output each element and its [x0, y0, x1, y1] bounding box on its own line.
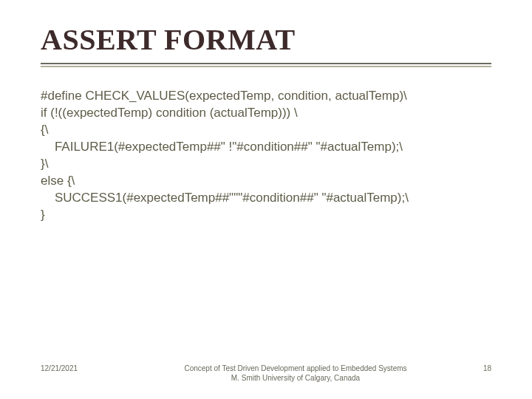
footer: 12/21/2021 Concept of Test Driven Develo… — [41, 364, 491, 383]
code-line: SUCCESS1(#expectedTemp##"""#condition##"… — [41, 191, 409, 205]
rule-top — [41, 63, 491, 64]
code-line: FAILURE1(#expectedTemp##" !"#condition##… — [41, 140, 403, 154]
code-line: }\ — [41, 157, 48, 171]
code-line: else {\ — [41, 174, 75, 188]
footer-line1: Concept of Test Driven Development appli… — [184, 364, 406, 372]
code-line: } — [41, 208, 45, 222]
code-line: if (!((expectedTemp) condition (actualTe… — [41, 106, 298, 120]
footer-page-number: 18 — [462, 364, 491, 372]
slide: ASSERT FORMAT #define CHECK_VALUES(expec… — [0, 0, 532, 399]
rule-bottom — [41, 66, 491, 67]
footer-line2: M. Smith University of Calgary, Canada — [231, 374, 360, 382]
page-title: ASSERT FORMAT — [41, 22, 491, 57]
code-line: {\ — [41, 123, 48, 137]
footer-date: 12/21/2021 — [41, 364, 129, 372]
title-rule — [41, 63, 491, 67]
code-line: #define CHECK_VALUES(expectedTemp, condi… — [41, 89, 407, 103]
code-block: #define CHECK_VALUES(expectedTemp, condi… — [41, 88, 491, 224]
footer-center: Concept of Test Driven Development appli… — [129, 364, 462, 383]
